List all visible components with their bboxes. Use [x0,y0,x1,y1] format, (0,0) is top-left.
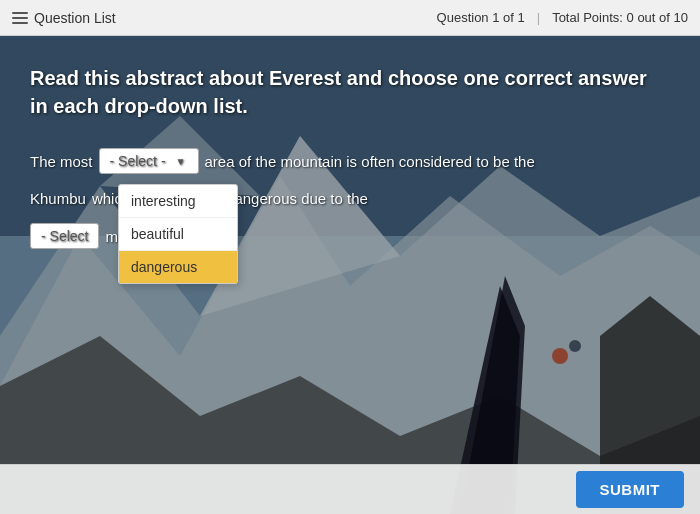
dropdown-option-interesting[interactable]: interesting [119,185,237,218]
sentence1-before: The most [30,153,93,170]
bottom-bar: SUBMIT [0,464,700,514]
total-points: Total Points: 0 out of 10 [552,10,688,25]
separator: | [537,10,540,25]
dropdown1-button[interactable]: - Select - ▼ [99,148,199,174]
submit-button[interactable]: SUBMIT [576,471,685,508]
dropdown1-label: - Select - [110,153,166,169]
question-title: Read this abstract about Everest and cho… [30,64,670,120]
hamburger-icon[interactable] [12,12,28,24]
dropdown1-menu: interesting beautiful dangerous [118,184,238,284]
question-list-label[interactable]: Question List [34,10,116,26]
sentence1-after: area of the mountain is often considered… [205,153,535,170]
sentence-row-1: The most - Select - ▼ area of the mounta… [30,148,670,174]
content-panel: Read this abstract about Everest and cho… [0,36,700,464]
dropdown-option-beautiful[interactable]: beautiful [119,218,237,251]
top-bar-left: Question List [12,10,116,26]
dropdown2-label: - Select [41,228,88,244]
dropdown-option-dangerous[interactable]: dangerous [119,251,237,283]
question-progress: Question 1 of 1 [437,10,525,25]
main-content: Read this abstract about Everest and cho… [0,36,700,514]
top-bar-right: Question 1 of 1 | Total Points: 0 out of… [437,10,688,25]
dropdown2-button[interactable]: - Select [30,223,99,249]
sentence2-before: Khumbu [30,190,86,207]
top-bar: Question List Question 1 of 1 | Total Po… [0,0,700,36]
chevron-down-icon: ▼ [176,156,186,167]
